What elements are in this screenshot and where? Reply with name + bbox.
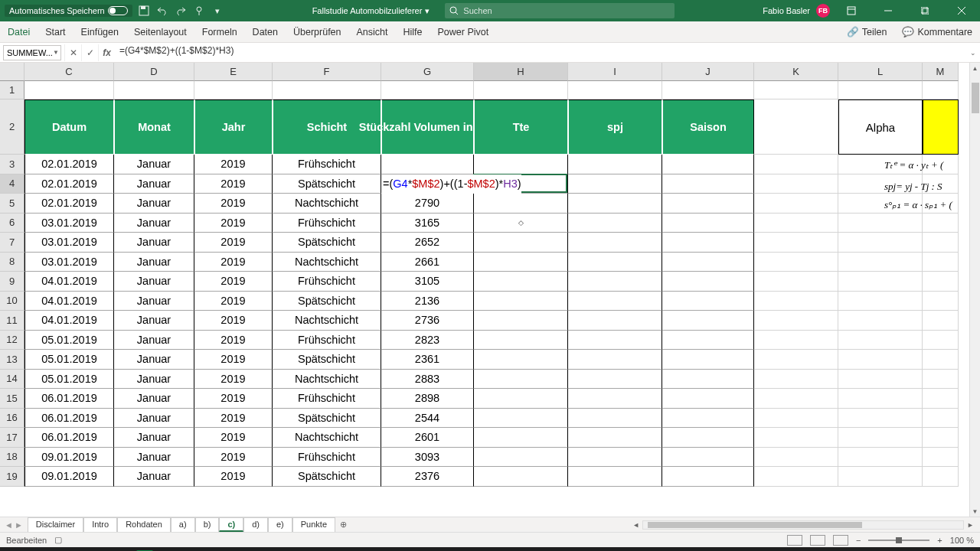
cell-J[interactable] xyxy=(662,448,754,468)
row-header-16[interactable]: 16 xyxy=(0,409,24,429)
cell-C[interactable]: 05.01.2019 xyxy=(24,331,114,350)
cell-M[interactable] xyxy=(923,214,959,233)
cell-M[interactable] xyxy=(923,311,959,331)
cell-I[interactable] xyxy=(568,428,662,448)
sheet-nav[interactable]: ◄► xyxy=(0,520,28,530)
cell-G[interactable]: 3093 xyxy=(381,448,474,468)
cell-E[interactable] xyxy=(194,81,273,99)
cell-D[interactable]: Januar xyxy=(114,214,194,233)
cell-D[interactable]: Januar xyxy=(114,331,194,350)
col-header-L[interactable]: L xyxy=(838,63,923,81)
cell-E[interactable]: 2019 xyxy=(194,350,273,370)
cell-H[interactable] xyxy=(474,350,568,370)
cell-I[interactable] xyxy=(568,370,662,390)
cell-H[interactable] xyxy=(474,389,568,409)
cell-K[interactable] xyxy=(754,409,838,429)
cells-area[interactable]: DatumMonatJahrSchichtStückzahl Volumen i… xyxy=(24,81,959,487)
cell-L[interactable] xyxy=(838,272,923,292)
select-all-corner[interactable] xyxy=(0,63,24,81)
cell-K[interactable] xyxy=(754,155,838,174)
name-box[interactable]: SUMMEW... ▼ xyxy=(3,45,61,60)
cell-L[interactable] xyxy=(838,428,923,448)
sheet-tab-e[interactable]: e) xyxy=(268,517,292,532)
cell-E[interactable]: 2019 xyxy=(194,272,273,292)
cell-C[interactable]: 06.01.2019 xyxy=(24,409,114,429)
minimize-icon[interactable] xyxy=(873,0,903,21)
cell-M[interactable] xyxy=(923,428,959,448)
col-header-J[interactable]: J xyxy=(662,63,754,81)
col-header-C[interactable]: C xyxy=(24,63,114,81)
sheet-tab-rohdaten[interactable]: Rohdaten xyxy=(117,517,171,532)
row-header-15[interactable]: 15 xyxy=(0,389,24,409)
cell-G[interactable]: 2136 xyxy=(381,292,474,311)
cell-I[interactable] xyxy=(568,292,662,311)
cell-G[interactable]: 2883 xyxy=(381,370,474,390)
cell-G[interactable]: 2376 xyxy=(381,467,474,487)
in-cell-formula[interactable]: =(G4*$M$2)+((1-$M$2)*H3) xyxy=(381,174,521,194)
cell-C[interactable]: 06.01.2019 xyxy=(24,428,114,448)
row-header-19[interactable]: 19 xyxy=(0,467,24,487)
col-header-F[interactable]: F xyxy=(273,63,381,81)
cell-D[interactable]: Januar xyxy=(114,409,194,429)
macro-record-icon[interactable]: ▢ xyxy=(54,535,62,545)
cell-G[interactable]: 2652 xyxy=(381,233,474,253)
cell-F[interactable]: Spätschicht xyxy=(273,467,381,487)
cell-E[interactable]: 2019 xyxy=(194,194,273,214)
cell-J[interactable] xyxy=(662,81,754,99)
row-header-14[interactable]: 14 xyxy=(0,370,24,390)
cell-H[interactable] xyxy=(474,370,568,390)
cell-I[interactable] xyxy=(568,81,662,99)
cell-M[interactable] xyxy=(923,272,959,292)
cell-E[interactable]: 2019 xyxy=(194,214,273,233)
cell-F[interactable]: Nachtschicht xyxy=(273,370,381,390)
sheet-tab-disclaimer[interactable]: Disclaimer xyxy=(28,517,83,532)
cell-F[interactable]: Frühschicht xyxy=(273,331,381,350)
zoom-in-icon[interactable]: + xyxy=(937,536,942,545)
close-icon[interactable] xyxy=(946,0,977,21)
row-header-17[interactable]: 17 xyxy=(0,428,24,448)
cell-I[interactable] xyxy=(568,311,662,331)
cell-J[interactable] xyxy=(662,350,754,370)
cell-I[interactable] xyxy=(568,155,662,174)
cell-F[interactable]: Spätschicht xyxy=(273,233,381,253)
cell-D[interactable]: Januar xyxy=(114,233,194,253)
cell-I[interactable] xyxy=(568,409,662,429)
cell-C[interactable]: 03.01.2019 xyxy=(24,253,114,272)
cell-C[interactable]: 02.01.2019 xyxy=(24,155,114,174)
row-header-4[interactable]: 4 xyxy=(0,174,24,194)
cell-D[interactable]: Monat xyxy=(114,99,194,155)
row-header-11[interactable]: 11 xyxy=(0,311,24,331)
cell-H[interactable]: Tte xyxy=(474,99,568,155)
cell-K[interactable] xyxy=(754,214,838,233)
cell-H[interactable] xyxy=(474,448,568,468)
share-button[interactable]: 🔗 Teilen xyxy=(839,26,895,37)
zoom-slider[interactable] xyxy=(868,540,929,541)
cell-L[interactable] xyxy=(838,331,923,350)
row-header-10[interactable]: 10 xyxy=(0,292,24,311)
cell-K[interactable] xyxy=(754,292,838,311)
cell-E[interactable]: 2019 xyxy=(194,389,273,409)
cell-F[interactable]: Spätschicht xyxy=(273,350,381,370)
start-button[interactable] xyxy=(0,547,32,551)
cell-G[interactable]: 2361 xyxy=(381,350,474,370)
cell-F[interactable]: Nachtschicht xyxy=(273,428,381,448)
cell-I[interactable] xyxy=(568,194,662,214)
cell-J[interactable] xyxy=(662,311,754,331)
cell-C[interactable]: 02.01.2019 xyxy=(24,174,114,194)
row-header-6[interactable]: 6 xyxy=(0,214,24,233)
cell-J[interactable] xyxy=(662,253,754,272)
cell-C[interactable]: 03.01.2019 xyxy=(24,214,114,233)
view-normal-icon[interactable] xyxy=(787,535,802,546)
cell-J[interactable] xyxy=(662,272,754,292)
cell-K[interactable] xyxy=(754,233,838,253)
col-header-E[interactable]: E xyxy=(194,63,273,81)
row-header-9[interactable]: 9 xyxy=(0,272,24,292)
cell-K[interactable] xyxy=(754,99,838,155)
row-headers[interactable]: 12345678910111213141516171819 xyxy=(0,81,24,487)
cell-D[interactable]: Januar xyxy=(114,174,194,194)
cell-F[interactable]: Frühschicht xyxy=(273,389,381,409)
horizontal-scrollbar[interactable] xyxy=(642,520,964,530)
cell-M[interactable] xyxy=(923,448,959,468)
col-header-I[interactable]: I xyxy=(568,63,662,81)
hscroll-right-icon[interactable]: ► xyxy=(964,521,977,529)
